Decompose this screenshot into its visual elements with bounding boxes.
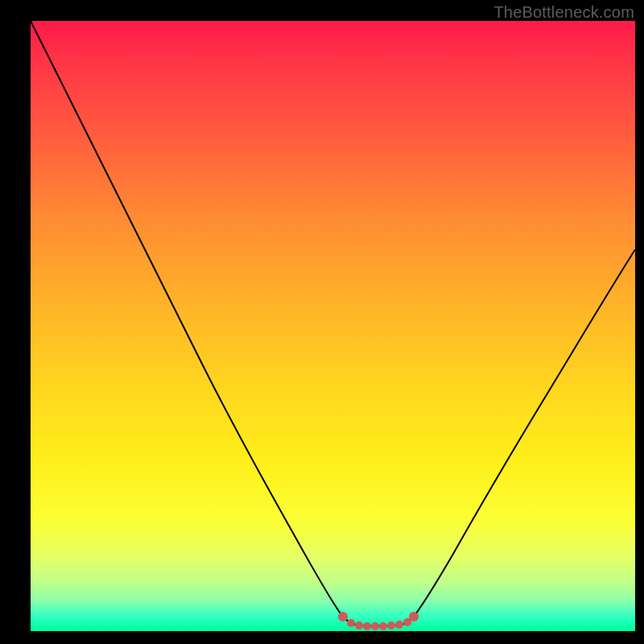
watermark-text: TheBottleneck.com [493, 3, 634, 22]
chart-svg [31, 21, 635, 631]
svg-point-1 [347, 619, 355, 627]
svg-point-0 [338, 612, 348, 621]
chart-frame: TheBottleneck.com [0, 0, 644, 644]
optimal-band-dots [338, 612, 419, 630]
chart-plot-area [31, 21, 635, 631]
svg-point-2 [355, 621, 363, 630]
svg-point-6 [387, 621, 395, 630]
svg-point-9 [409, 612, 419, 621]
bottleneck-curve [31, 21, 635, 626]
svg-point-3 [363, 622, 371, 630]
svg-point-5 [379, 622, 387, 630]
svg-point-4 [371, 622, 379, 630]
svg-point-7 [395, 621, 403, 629]
